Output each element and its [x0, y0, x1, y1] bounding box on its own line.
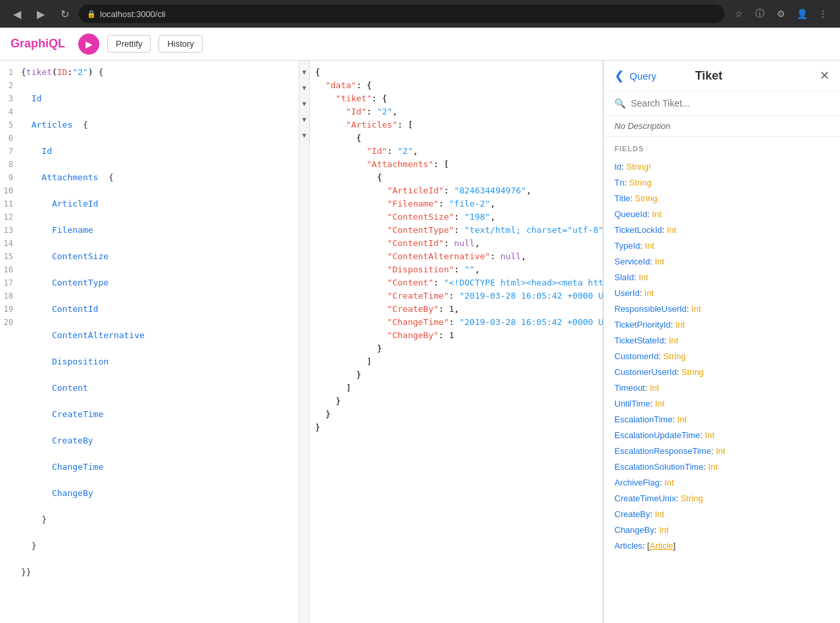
field-item: EscalationUpdateTime: Int [614, 428, 829, 443]
response-code: { "data": { "tiket": { "Id": "2", "Artic… [310, 61, 603, 623]
history-button[interactable]: History [159, 35, 202, 53]
field-name[interactable]: TypeId [614, 241, 640, 251]
fields-section: FIELDS Id: String!Tn: StringTitle: Strin… [604, 137, 840, 623]
collapse-arrow-3[interactable]: ▼ [302, 97, 306, 111]
app-title: GraphiQL [11, 37, 65, 51]
response-content-area: ▼ ▼ ▼ ▼ ▼ { "data": { "tiket": { "Id": "… [299, 61, 603, 623]
url-text: localhost:3000/cli [100, 9, 166, 19]
fields-label: FIELDS [614, 145, 829, 153]
field-item: Timeout: Int [614, 380, 829, 396]
address-bar: 🔒 localhost:3000/cli [79, 5, 724, 23]
field-name[interactable]: Articles [614, 541, 643, 551]
no-description-label: No Description [604, 116, 840, 137]
field-name[interactable]: CustomerUserId [614, 367, 677, 377]
response-panel: ▼ ▼ ▼ ▼ ▼ { "data": { "tiket": { "Id": "… [299, 61, 603, 623]
field-name[interactable]: EscalationTime [614, 414, 672, 424]
field-item: ArchiveFlag: Int [614, 475, 829, 491]
field-item: UntilTime: Int [614, 396, 829, 412]
search-input[interactable] [631, 98, 829, 109]
field-name[interactable]: CreateTimeUnix [614, 493, 676, 503]
app: GraphiQL ▶ Prettify History 123456789101… [0, 28, 840, 623]
collapse-arrow-5[interactable]: ▼ [302, 129, 306, 142]
field-item: TypeId: Int [614, 238, 829, 254]
field-item: CreateBy: Int [614, 507, 829, 522]
response-arrows: ▼ ▼ ▼ ▼ ▼ [299, 61, 310, 623]
field-name[interactable]: CreateBy [614, 509, 650, 519]
field-item: TicketLockId: Int [614, 222, 829, 238]
collapse-arrow-4[interactable]: ▼ [302, 113, 306, 126]
main-content: 1234567891011121314151617181920 {tiket(I… [0, 61, 840, 623]
back-button[interactable]: ◀ [8, 5, 26, 23]
editor-content[interactable]: 1234567891011121314151617181920 {tiket(I… [0, 61, 299, 623]
field-item: Id: String! [614, 159, 829, 175]
star-button[interactable]: ☆ [729, 5, 748, 23]
field-item: CustomerId: String [614, 349, 829, 364]
prettify-button[interactable]: Prettify [107, 35, 151, 53]
profile-button[interactable]: 👤 [793, 5, 811, 23]
field-name[interactable]: ChangeBy [614, 525, 655, 535]
field-name[interactable]: EscalationSolutionTime [614, 462, 703, 472]
field-item: EscalationSolutionTime: Int [614, 459, 829, 475]
field-item: QueueId: Int [614, 207, 829, 222]
execute-query-button[interactable]: ▶ [78, 34, 99, 55]
field-name[interactable]: Id [614, 162, 622, 172]
field-item: TicketStateId: Int [614, 333, 829, 349]
sidebar-search-area: 🔍 [604, 91, 840, 116]
field-name[interactable]: ServiceId [614, 257, 650, 266]
field-item: Title: String [614, 191, 829, 207]
extensions-button[interactable]: ⚙ [772, 5, 790, 23]
field-name[interactable]: ResponsibleUserId [614, 304, 687, 314]
editor-panel: 1234567891011121314151617181920 {tiket(I… [0, 61, 299, 623]
sidebar-close-button[interactable]: ✕ [820, 68, 829, 83]
field-item: ChangeBy: Int [614, 522, 829, 538]
sidebar-header: ❮ Query Tiket ✕ [604, 61, 840, 91]
info-button[interactable]: ⓘ [751, 5, 769, 23]
collapse-arrow-1[interactable]: ▼ [302, 66, 306, 79]
field-name[interactable]: EscalationResponseTime [614, 446, 711, 456]
collapse-arrow-2[interactable]: ▼ [302, 82, 306, 95]
field-name[interactable]: UserId [614, 288, 639, 298]
field-name[interactable]: ArchiveFlag [614, 478, 660, 487]
field-item: ServiceId: Int [614, 254, 829, 270]
fields-list: Id: String!Tn: StringTitle: StringQueueI… [614, 159, 829, 554]
field-item: UserId: Int [614, 286, 829, 301]
forward-button[interactable]: ▶ [32, 5, 50, 23]
sidebar: ❮ Query Tiket ✕ 🔍 No Description FIELDS … [603, 61, 840, 623]
field-item: Articles: [Article] [614, 538, 829, 554]
field-item: CustomerUserId: String [614, 364, 829, 380]
browser-chrome: ◀ ▶ ↻ 🔒 localhost:3000/cli ☆ ⓘ ⚙ 👤 ⋮ [0, 0, 840, 28]
field-item: SlaId: Int [614, 270, 829, 286]
field-name[interactable]: Title [614, 193, 630, 203]
field-item: TicketPriorityId: Int [614, 317, 829, 333]
field-name[interactable]: Tn [614, 178, 624, 187]
field-item: CreateTimeUnix: String [614, 491, 829, 507]
refresh-button[interactable]: ↻ [55, 5, 74, 23]
field-item: ResponsibleUserId: Int [614, 301, 829, 317]
field-name[interactable]: UntilTime [614, 399, 650, 409]
sidebar-back-button[interactable]: ❮ [614, 68, 624, 83]
field-name[interactable]: TicketLockId [614, 225, 662, 235]
field-item: EscalationResponseTime: Int [614, 443, 829, 459]
code-area[interactable]: {tiket(ID:"2") { Id Articles { Id Attach… [21, 66, 299, 618]
sidebar-query-label[interactable]: Query [630, 70, 656, 82]
field-name[interactable]: Timeout [614, 383, 645, 393]
field-name[interactable]: TicketPriorityId [614, 320, 670, 330]
field-name[interactable]: SlaId [614, 272, 634, 282]
field-item: EscalationTime: Int [614, 412, 829, 428]
field-name[interactable]: QueueId [614, 209, 647, 219]
lock-icon: 🔒 [87, 10, 96, 18]
field-name[interactable]: EscalationUpdateTime [614, 430, 700, 440]
header: GraphiQL ▶ Prettify History [0, 28, 840, 61]
search-icon: 🔍 [614, 98, 626, 109]
browser-actions: ☆ ⓘ ⚙ 👤 ⋮ [729, 5, 832, 23]
field-name[interactable]: TicketStateId [614, 336, 664, 345]
line-numbers: 1234567891011121314151617181920 [0, 66, 21, 618]
field-name[interactable]: CustomerId [614, 351, 658, 361]
menu-button[interactable]: ⋮ [814, 5, 832, 23]
sidebar-type-title: Tiket [695, 69, 743, 83]
field-item: Tn: String [614, 175, 829, 191]
